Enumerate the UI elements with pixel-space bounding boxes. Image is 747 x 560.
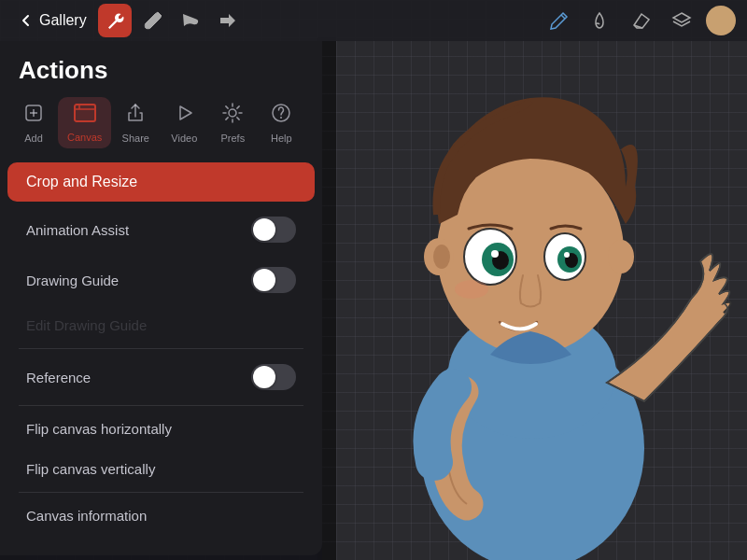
- canvas-info-label: Canvas information: [26, 508, 147, 524]
- flip-vertical-button[interactable]: Flip canvas vertically: [7, 450, 315, 488]
- animation-assist-label: Animation Assist: [26, 222, 129, 238]
- toolbar-left: Gallery: [11, 4, 542, 37]
- reference-button[interactable]: Reference: [7, 353, 315, 401]
- reference-toggle-knob: [253, 366, 275, 388]
- tab-help-label: Help: [271, 133, 292, 144]
- add-tab-icon: [22, 102, 45, 130]
- animation-assist-toggle[interactable]: [251, 217, 296, 243]
- flip-vertical-label: Flip canvas vertically: [26, 461, 155, 477]
- eraser-tool-button[interactable]: [624, 4, 657, 37]
- tab-video[interactable]: Video: [160, 96, 208, 149]
- svg-point-16: [564, 252, 570, 258]
- svg-point-29: [280, 117, 282, 119]
- user-avatar[interactable]: [706, 6, 736, 35]
- brush-tool-button[interactable]: [135, 4, 169, 37]
- tab-canvas-label: Canvas: [67, 132, 102, 143]
- drawing-guide-toggle[interactable]: [251, 267, 296, 293]
- layers-button[interactable]: [665, 4, 698, 37]
- tab-prefs[interactable]: Prefs: [208, 96, 257, 149]
- canvas-info-button[interactable]: Canvas information: [7, 497, 315, 535]
- divider-2: [19, 405, 303, 406]
- tab-help[interactable]: Help: [257, 96, 305, 149]
- prefs-tab-icon: [221, 102, 244, 130]
- pencil-tool-button[interactable]: [542, 4, 575, 37]
- top-toolbar: Gallery: [0, 0, 747, 41]
- layers-icon: [671, 10, 692, 31]
- video-tab-icon: [173, 102, 195, 130]
- move-icon: [218, 11, 236, 30]
- edit-drawing-guide-label: Edit Drawing Guide: [26, 317, 147, 333]
- ink-tool-button[interactable]: [583, 4, 616, 37]
- help-tab-icon: [270, 102, 292, 130]
- smudge-icon: [180, 11, 199, 30]
- wrench-tool-button[interactable]: [98, 4, 132, 37]
- gallery-button[interactable]: Gallery: [11, 8, 94, 33]
- panel-title: Actions: [0, 41, 322, 96]
- svg-point-27: [229, 109, 236, 117]
- canvas-tab-icon: [73, 103, 97, 129]
- smudge-tool-button[interactable]: [173, 4, 206, 37]
- tab-share-label: Share: [122, 133, 149, 144]
- tab-video-label: Video: [171, 133, 197, 144]
- gallery-label: Gallery: [39, 12, 87, 29]
- animation-assist-button[interactable]: Animation Assist: [7, 205, 315, 254]
- flip-horizontal-label: Flip canvas horizontally: [26, 421, 172, 437]
- tab-share[interactable]: Share: [111, 96, 160, 149]
- svg-point-17: [455, 280, 488, 299]
- reference-label: Reference: [26, 370, 91, 385]
- drawing-guide-label: Drawing Guide: [26, 273, 119, 288]
- crop-resize-button[interactable]: Crop and Resize: [7, 162, 315, 202]
- edit-drawing-guide-button: Edit Drawing Guide: [7, 306, 315, 344]
- svg-line-19: [561, 15, 565, 19]
- toolbar-right: [542, 4, 736, 37]
- move-tool-button[interactable]: [210, 4, 244, 37]
- flip-horizontal-button[interactable]: Flip canvas horizontally: [7, 410, 315, 448]
- drawing-guide-button[interactable]: Drawing Guide: [7, 256, 315, 304]
- wrench-icon: [106, 11, 124, 30]
- actions-panel: Actions Add Canvas: [0, 41, 322, 555]
- svg-point-6: [433, 245, 450, 269]
- actions-tab-bar: Add Canvas Share: [0, 96, 322, 159]
- reference-toggle[interactable]: [251, 364, 296, 390]
- animation-assist-toggle-knob: [253, 218, 275, 241]
- character-illustration: [317, 37, 747, 560]
- divider-3: [19, 492, 303, 493]
- tab-add[interactable]: Add: [9, 96, 58, 149]
- tab-canvas[interactable]: Canvas: [58, 97, 111, 148]
- ink-icon: [589, 10, 610, 31]
- pencil-icon: [548, 10, 569, 31]
- tab-prefs-label: Prefs: [220, 133, 245, 144]
- share-tab-icon: [124, 102, 147, 130]
- eraser-icon: [630, 10, 651, 31]
- svg-point-18: [608, 240, 634, 273]
- tab-add-label: Add: [24, 133, 43, 144]
- divider-1: [19, 348, 303, 349]
- crop-resize-label: Crop and Resize: [26, 174, 137, 190]
- chevron-left-icon: [19, 13, 34, 28]
- svg-rect-24: [75, 105, 95, 121]
- svg-point-15: [491, 250, 499, 258]
- brush-icon: [143, 11, 162, 30]
- drawing-guide-toggle-knob: [253, 269, 275, 291]
